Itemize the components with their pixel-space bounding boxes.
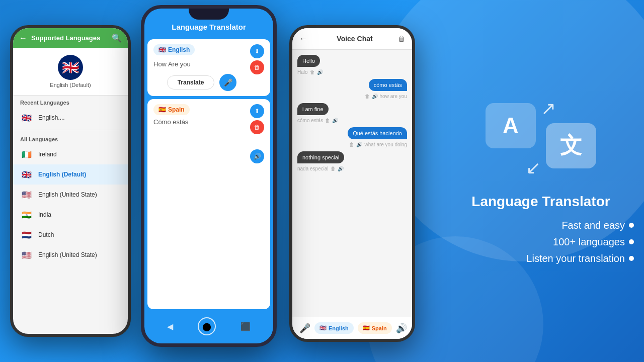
info-panel: A 文 ↗ ↙ Language Translator Fast and eas… <box>438 0 644 362</box>
phone1-screen: ← Supported Languages 🔍 🇬🇧 English (Defa… <box>13 28 128 334</box>
phone3-back-icon[interactable]: ← <box>299 34 307 43</box>
chat-iamfine-speaker[interactable]: 🔊 <box>332 118 338 123</box>
phone2-source-badge[interactable]: 🇬🇧 English <box>153 44 195 55</box>
chat-nothing-speaker[interactable]: 🔊 <box>338 166 344 171</box>
feature-dot-3 <box>629 256 634 261</box>
phone2-mic-icon: 🎤 <box>224 78 232 86</box>
phone2-download-button[interactable]: ⬇ <box>250 44 264 58</box>
phone3-chat-area: Hello Halo 🗑 🔊 cómo estás 🗑 🔊 how are yo… <box>292 50 412 317</box>
phone2-nav-apps[interactable]: ⬛ <box>240 322 251 331</box>
phone2-upload-button[interactable]: ⬆ <box>250 104 264 118</box>
phone3-mic-icon[interactable]: 🎤 <box>299 323 310 334</box>
phone3-title: Voice Chat <box>311 35 398 43</box>
chat-bubble-iamfine: i am fine <box>297 103 329 115</box>
chat-group-hello: Hello Halo 🗑 🔊 <box>297 55 407 75</box>
phone1-english-default-name: English (Default) <box>38 171 86 178</box>
chat-howareyou-delete[interactable]: 🗑 <box>365 94 370 99</box>
phone2-nav-home[interactable]: ⬤ <box>198 317 216 335</box>
phone2-source-panel: 🇬🇧 English How Are you Translate 🎤 <box>147 39 270 96</box>
phone2-target-lang: Spain <box>168 106 185 113</box>
phone1-ireland-name: Ireland <box>38 151 57 158</box>
phone3-footer: 🎤 🇬🇧 English 🇪🇸 Spain 🔊 <box>292 317 412 339</box>
phone1-recent-english-flag: 🇬🇧 <box>20 111 33 124</box>
phone3-english-flag: 🇬🇧 <box>319 325 327 331</box>
phone2-screen: Language Translator 🇬🇧 English How Are y… <box>144 9 273 343</box>
chat-howareyou-speaker[interactable]: 🔊 <box>372 94 378 99</box>
phone2-source-actions: ⬇ 🗑 <box>250 44 264 74</box>
icon-letter-zh: 文 <box>560 131 582 160</box>
icon-box-zh: 文 <box>546 123 596 168</box>
phone2-app-title: Language Translator <box>152 23 265 31</box>
chat-sub-nothing: nada especial 🗑 🔊 <box>297 166 407 171</box>
chat-whatdoing-delete[interactable]: 🗑 <box>349 142 354 147</box>
chat-halo-delete[interactable]: 🗑 <box>310 69 315 75</box>
phone2-nav-back[interactable]: ◀ <box>167 322 173 331</box>
phone1-search-icon[interactable]: 🔍 <box>112 33 122 43</box>
chat-howareyou-text: how are you <box>380 94 407 99</box>
chat-halo-text: Halo <box>297 69 308 75</box>
phone1-body: 🇬🇧 English (Default) Recent Languages 🇬🇧… <box>13 48 128 334</box>
chat-nothing-translation: nada especial <box>297 166 329 171</box>
feature-item-3: Listen your translation <box>448 253 634 264</box>
phone3-screen: ← Voice Chat 🗑 Hello Halo 🗑 🔊 cómo estás <box>292 28 412 339</box>
phones-container: ← Supported Languages 🔍 🇬🇧 English (Defa… <box>0 0 438 362</box>
phone1-lang-ireland[interactable]: 🇮🇪 Ireland <box>13 144 128 164</box>
chat-iamfine-delete[interactable]: 🗑 <box>325 118 330 123</box>
phone1-recent-english[interactable]: 🇬🇧 English.... <box>13 108 128 128</box>
feature-item-1: Fast and easy <box>448 220 634 231</box>
phone2-translate-row: Translate 🎤 <box>153 74 250 91</box>
chat-bubble-hello: Hello <box>297 55 320 67</box>
chat-halo-speaker[interactable]: 🔊 <box>317 69 323 75</box>
phone2-target-panel: 🇪🇸 Spain Cómo estás ⬆ 🗑 <box>147 99 270 309</box>
phone1-india-name: India <box>38 211 51 218</box>
phone3-english-btn[interactable]: 🇬🇧 English <box>314 322 354 334</box>
chat-nothing-delete[interactable]: 🗑 <box>331 166 336 171</box>
phone3-device: ← Voice Chat 🗑 Hello Halo 🗑 🔊 cómo estás <box>289 25 415 342</box>
phone2-speaker-button[interactable]: 🔊 <box>250 149 264 163</box>
phone2-target-flag: 🇪🇸 <box>158 106 166 113</box>
phone1-lang-india[interactable]: 🇮🇳 India <box>13 205 128 225</box>
phone2-nav-bar: ◀ ⬤ ⬛ <box>144 312 273 343</box>
feature-dot-1 <box>629 223 634 228</box>
phone2-speaker-icon: 🔊 <box>254 153 261 160</box>
translate-icon-area: A 文 ↗ ↙ <box>486 93 596 184</box>
phone1-back-icon[interactable]: ← <box>19 34 27 43</box>
phone2-home-icon: ⬤ <box>202 322 211 331</box>
phone3-spain-btn[interactable]: 🇪🇸 Spain <box>358 322 392 334</box>
chat-group-nothing: nothing special nada especial 🗑 🔊 <box>297 151 407 171</box>
phone3-delete-icon[interactable]: 🗑 <box>398 35 405 43</box>
phone1-lang-english-default[interactable]: 🇬🇧 English (Default) <box>13 164 128 185</box>
arrow-left-icon: ↙ <box>526 157 541 178</box>
phone2-notch <box>189 9 229 20</box>
phone2-target-lang-row: 🇪🇸 Spain <box>153 104 250 115</box>
phone2-mic-button[interactable]: 🎤 <box>219 74 236 91</box>
phone2-delete-button2[interactable]: 🗑 <box>250 120 264 134</box>
phone2-source-text[interactable]: How Are you <box>153 58 250 72</box>
phone1-default-flag: 🇬🇧 <box>58 55 83 80</box>
chat-bubble-whatdoing: Qué estás haciendo <box>348 127 407 139</box>
phone2-download-icon: ⬇ <box>255 48 260 55</box>
phone2-upload-icon: ⬆ <box>255 108 260 115</box>
chat-whatdoing-speaker[interactable]: 🔊 <box>356 142 362 147</box>
chat-group-como: cómo estás 🗑 🔊 how are you <box>297 79 407 99</box>
phone2-translate-button[interactable]: Translate <box>167 75 215 89</box>
app-title-right: Language Translator <box>471 194 610 210</box>
phone2-source-lang-row: 🇬🇧 English <box>153 44 250 55</box>
phone2-delete-button1[interactable]: 🗑 <box>250 60 264 74</box>
phone1-lang-english-us2[interactable]: 🇺🇸 English (United State) <box>13 245 128 265</box>
phone1-lang-english-us[interactable]: 🇺🇸 English (United State) <box>13 185 128 205</box>
phone1-dutch-flag: 🇳🇱 <box>20 228 33 241</box>
phone2-target-text: Cómo estás <box>153 118 250 126</box>
phone2-delete-icon1: 🗑 <box>254 64 260 71</box>
phone1-india-flag: 🇮🇳 <box>20 208 33 221</box>
phone1-device: ← Supported Languages 🔍 🇬🇧 English (Defa… <box>10 25 131 337</box>
phone1-default-label: English (Default) <box>50 82 91 88</box>
feature-text-2: 100+ languages <box>553 236 625 248</box>
phone3-volume-icon[interactable]: 🔊 <box>396 323 407 334</box>
phone1-recent-title: Recent Languages <box>13 96 128 108</box>
phone2-source-lang: English <box>168 46 190 53</box>
phone1-lang-dutch[interactable]: 🇳🇱 Dutch <box>13 225 128 245</box>
phone3-header: ← Voice Chat 🗑 <box>292 28 412 50</box>
phone2-target-badge[interactable]: 🇪🇸 Spain <box>153 104 190 115</box>
arrow-right-icon: ↗ <box>541 98 556 119</box>
